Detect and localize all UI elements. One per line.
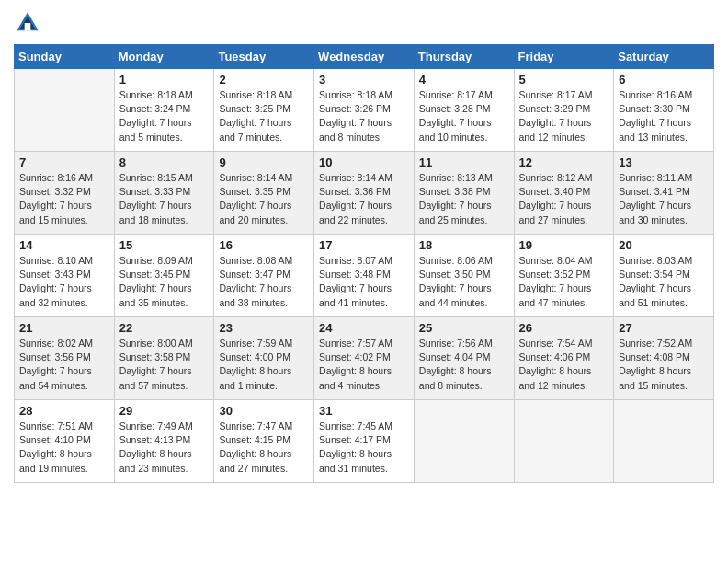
day-number: 29: [119, 404, 210, 418]
day-info: Sunrise: 8:16 AMSunset: 3:32 PMDaylight:…: [19, 171, 109, 227]
day-number: 10: [319, 155, 409, 169]
day-cell: 20Sunrise: 8:03 AMSunset: 3:54 PMDayligh…: [614, 235, 714, 317]
day-number: 31: [319, 404, 409, 418]
day-number: 22: [119, 321, 210, 335]
day-number: 6: [619, 73, 709, 86]
day-cell: [15, 69, 115, 152]
day-cell: 16Sunrise: 8:08 AMSunset: 3:47 PMDayligh…: [214, 235, 314, 317]
day-info: Sunrise: 8:09 AMSunset: 3:45 PMDaylight:…: [119, 254, 210, 310]
day-cell: 23Sunrise: 7:59 AMSunset: 4:00 PMDayligh…: [214, 317, 314, 400]
day-cell: 25Sunrise: 7:56 AMSunset: 4:04 PMDayligh…: [414, 317, 514, 400]
day-number: 12: [519, 155, 609, 169]
day-cell: 13Sunrise: 8:11 AMSunset: 3:41 PMDayligh…: [614, 152, 714, 235]
day-number: 1: [119, 73, 210, 86]
day-cell: 10Sunrise: 8:14 AMSunset: 3:36 PMDayligh…: [314, 152, 415, 235]
day-number: 16: [219, 238, 309, 252]
day-cell: 31Sunrise: 7:45 AMSunset: 4:17 PMDayligh…: [314, 400, 415, 483]
day-info: Sunrise: 8:17 AMSunset: 3:28 PMDaylight:…: [419, 88, 509, 144]
day-number: 15: [119, 238, 210, 252]
day-cell: 6Sunrise: 8:16 AMSunset: 3:30 PMDaylight…: [614, 69, 714, 152]
day-number: 20: [619, 238, 709, 252]
day-cell: 12Sunrise: 8:12 AMSunset: 3:40 PMDayligh…: [514, 152, 614, 235]
day-cell: 21Sunrise: 8:02 AMSunset: 3:56 PMDayligh…: [15, 317, 115, 400]
header-cell-saturday: Saturday: [614, 45, 714, 69]
header-row: SundayMondayTuesdayWednesdayThursdayFrid…: [15, 45, 714, 69]
day-info: Sunrise: 7:54 AMSunset: 4:06 PMDaylight:…: [519, 337, 609, 393]
day-cell: 28Sunrise: 7:51 AMSunset: 4:10 PMDayligh…: [15, 400, 115, 483]
day-info: Sunrise: 8:17 AMSunset: 3:29 PMDaylight:…: [519, 88, 609, 144]
day-number: 25: [419, 321, 509, 335]
day-cell: 22Sunrise: 8:00 AMSunset: 3:58 PMDayligh…: [114, 317, 214, 400]
day-number: 18: [419, 238, 509, 252]
day-cell: 14Sunrise: 8:10 AMSunset: 3:43 PMDayligh…: [15, 235, 115, 317]
day-info: Sunrise: 8:06 AMSunset: 3:50 PMDaylight:…: [419, 254, 509, 310]
day-cell: 11Sunrise: 8:13 AMSunset: 3:38 PMDayligh…: [414, 152, 514, 235]
day-number: 21: [19, 321, 109, 335]
day-info: Sunrise: 8:10 AMSunset: 3:43 PMDaylight:…: [19, 254, 109, 310]
day-info: Sunrise: 8:14 AMSunset: 3:36 PMDaylight:…: [319, 171, 409, 227]
day-info: Sunrise: 8:04 AMSunset: 3:52 PMDaylight:…: [519, 254, 609, 310]
day-info: Sunrise: 7:47 AMSunset: 4:15 PMDaylight:…: [219, 419, 309, 476]
day-number: 11: [419, 155, 509, 169]
day-number: 24: [319, 321, 409, 335]
day-cell: [414, 400, 514, 483]
day-cell: 8Sunrise: 8:15 AMSunset: 3:33 PMDaylight…: [114, 152, 214, 235]
day-number: 7: [19, 155, 109, 169]
day-number: 17: [319, 238, 409, 252]
header-cell-friday: Friday: [514, 45, 614, 69]
day-cell: 7Sunrise: 8:16 AMSunset: 3:32 PMDaylight…: [15, 152, 115, 235]
day-number: 27: [619, 321, 709, 335]
day-info: Sunrise: 8:14 AMSunset: 3:35 PMDaylight:…: [219, 171, 309, 227]
logo: [14, 13, 45, 37]
header-cell-wednesday: Wednesday: [314, 45, 415, 69]
day-info: Sunrise: 8:18 AMSunset: 3:25 PMDaylight:…: [219, 88, 309, 144]
day-info: Sunrise: 8:11 AMSunset: 3:41 PMDaylight:…: [619, 171, 709, 227]
day-number: 5: [519, 73, 609, 86]
day-info: Sunrise: 8:12 AMSunset: 3:40 PMDaylight:…: [519, 171, 609, 227]
day-number: 28: [19, 404, 109, 418]
day-cell: 4Sunrise: 8:17 AMSunset: 3:28 PMDaylight…: [414, 69, 514, 152]
day-number: 8: [119, 155, 210, 169]
day-number: 19: [519, 238, 609, 252]
day-cell: [614, 400, 714, 483]
day-cell: 5Sunrise: 8:17 AMSunset: 3:29 PMDaylight…: [514, 69, 614, 152]
day-number: 13: [619, 155, 709, 169]
header-cell-tuesday: Tuesday: [214, 45, 314, 69]
day-cell: 30Sunrise: 7:47 AMSunset: 4:15 PMDayligh…: [214, 400, 314, 483]
day-cell: 2Sunrise: 8:18 AMSunset: 3:25 PMDaylight…: [214, 69, 314, 152]
day-info: Sunrise: 8:02 AMSunset: 3:56 PMDaylight:…: [19, 337, 109, 393]
day-info: Sunrise: 8:03 AMSunset: 3:54 PMDaylight:…: [619, 254, 709, 310]
day-info: Sunrise: 7:57 AMSunset: 4:02 PMDaylight:…: [319, 337, 409, 393]
day-cell: 19Sunrise: 8:04 AMSunset: 3:52 PMDayligh…: [514, 235, 614, 317]
day-info: Sunrise: 7:51 AMSunset: 4:10 PMDaylight:…: [19, 419, 109, 476]
day-cell: 27Sunrise: 7:52 AMSunset: 4:08 PMDayligh…: [614, 317, 714, 400]
day-cell: 26Sunrise: 7:54 AMSunset: 4:06 PMDayligh…: [514, 317, 614, 400]
day-cell: 1Sunrise: 8:18 AMSunset: 3:24 PMDaylight…: [114, 69, 214, 152]
header: [14, 9, 714, 37]
day-info: Sunrise: 7:52 AMSunset: 4:08 PMDaylight:…: [619, 337, 709, 393]
day-cell: 24Sunrise: 7:57 AMSunset: 4:02 PMDayligh…: [314, 317, 415, 400]
day-number: 30: [219, 404, 309, 418]
logo-icon: [14, 9, 41, 37]
day-cell: [514, 400, 614, 483]
header-cell-monday: Monday: [114, 45, 214, 69]
day-info: Sunrise: 8:15 AMSunset: 3:33 PMDaylight:…: [119, 171, 210, 227]
week-row-5: 28Sunrise: 7:51 AMSunset: 4:10 PMDayligh…: [15, 400, 714, 483]
day-info: Sunrise: 7:56 AMSunset: 4:04 PMDaylight:…: [419, 337, 509, 393]
day-number: 14: [19, 238, 109, 252]
day-info: Sunrise: 8:13 AMSunset: 3:38 PMDaylight:…: [419, 171, 509, 227]
week-row-4: 21Sunrise: 8:02 AMSunset: 3:56 PMDayligh…: [15, 317, 714, 400]
day-info: Sunrise: 8:18 AMSunset: 3:24 PMDaylight:…: [119, 88, 210, 144]
day-info: Sunrise: 8:08 AMSunset: 3:47 PMDaylight:…: [219, 254, 309, 310]
day-number: 26: [519, 321, 609, 335]
day-number: 9: [219, 155, 309, 169]
day-number: 2: [219, 73, 309, 86]
day-cell: 17Sunrise: 8:07 AMSunset: 3:48 PMDayligh…: [314, 235, 415, 317]
day-cell: 29Sunrise: 7:49 AMSunset: 4:13 PMDayligh…: [114, 400, 214, 483]
day-info: Sunrise: 8:16 AMSunset: 3:30 PMDaylight:…: [619, 88, 709, 144]
day-info: Sunrise: 7:59 AMSunset: 4:00 PMDaylight:…: [219, 337, 309, 393]
day-number: 3: [319, 73, 409, 86]
header-cell-thursday: Thursday: [414, 45, 514, 69]
day-info: Sunrise: 7:49 AMSunset: 4:13 PMDaylight:…: [119, 419, 210, 476]
header-cell-sunday: Sunday: [15, 45, 115, 69]
